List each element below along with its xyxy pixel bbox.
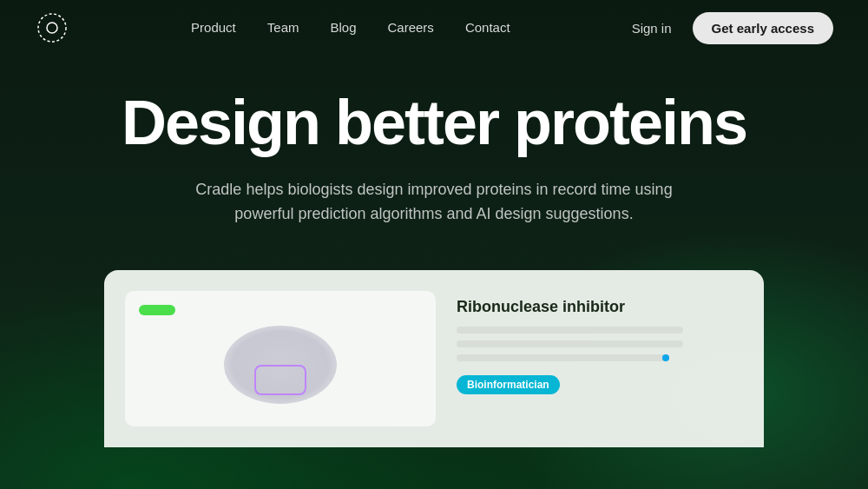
nav-links: Product Team Blog Careers Contact bbox=[191, 20, 510, 36]
green-indicator bbox=[139, 305, 175, 315]
nav-right: Sign in Get early access bbox=[632, 12, 833, 44]
nav-contact[interactable]: Contact bbox=[465, 20, 510, 35]
mockup-info-panel: Ribonuclease inhibitor Bioinformatician bbox=[453, 291, 743, 426]
app-mockup: Ribonuclease inhibitor Bioinformatician bbox=[104, 270, 764, 447]
mockup-line-1 bbox=[457, 327, 683, 334]
mockup-line-2 bbox=[457, 340, 683, 347]
nav-team[interactable]: Team bbox=[267, 20, 299, 35]
hero-section: Design better proteins Cradle helps biol… bbox=[0, 56, 868, 253]
hero-subheadline: Cradle helps biologists design improved … bbox=[182, 177, 686, 228]
bioinformatician-badge: Bioinformatician bbox=[457, 375, 560, 394]
line-accent bbox=[662, 354, 669, 361]
nav-careers[interactable]: Careers bbox=[388, 20, 434, 35]
protein-visualization bbox=[211, 326, 350, 413]
get-early-access-button[interactable]: Get early access bbox=[693, 12, 833, 44]
mockup-protein-panel bbox=[125, 291, 436, 426]
sign-in-button[interactable]: Sign in bbox=[632, 21, 672, 36]
nav-blog[interactable]: Blog bbox=[330, 20, 356, 35]
mockup-line-3 bbox=[457, 354, 669, 361]
hero-headline: Design better proteins bbox=[17, 90, 851, 156]
svg-point-0 bbox=[38, 14, 66, 42]
protein-name: Ribonuclease inhibitor bbox=[457, 298, 740, 316]
nav-product[interactable]: Product bbox=[191, 20, 236, 35]
protein-highlight-box bbox=[254, 365, 306, 395]
svg-point-1 bbox=[47, 23, 57, 33]
navbar: Product Team Blog Careers Contact Sign i… bbox=[0, 0, 868, 56]
logo[interactable] bbox=[35, 10, 69, 45]
protein-blob bbox=[224, 326, 337, 404]
